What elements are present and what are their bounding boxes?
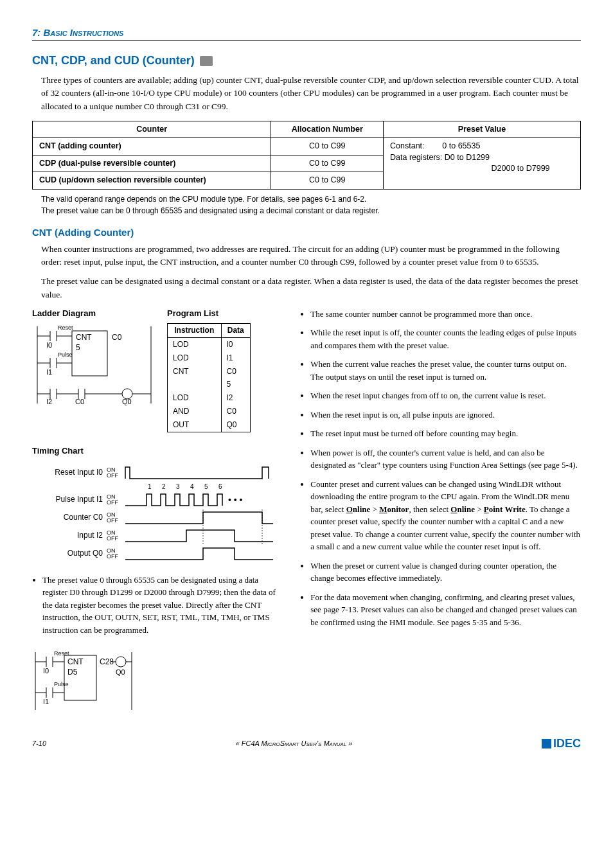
- svg-text:Pulse: Pulse: [54, 681, 69, 687]
- timing-chart: Reset Input I0 ONOFF 1 2 3 4 5 6: [32, 465, 281, 562]
- title-text: CNT, CDP, and CUD (Counter): [32, 53, 195, 69]
- th-alloc: Allocation Number: [271, 121, 384, 138]
- svg-text:I1: I1: [43, 698, 49, 705]
- page-number: 7-10: [32, 739, 46, 748]
- counter-table: Counter Allocation Number Preset Value C…: [32, 121, 581, 190]
- svg-text:Q0: Q0: [122, 398, 132, 405]
- section-number: 7:: [32, 27, 40, 38]
- svg-text:2: 2: [162, 483, 166, 490]
- svg-text:Pulse: Pulse: [58, 351, 73, 358]
- footer: 7-10 « FC4A MicroSmart User's Manual » I…: [32, 736, 581, 752]
- calculator-icon: [200, 56, 213, 66]
- svg-text:4: 4: [190, 483, 194, 490]
- note-1: The valid operand range depends on the C…: [41, 193, 581, 205]
- svg-text:D5: D5: [67, 668, 78, 677]
- idec-logo: IDEC: [542, 736, 581, 752]
- svg-text:5: 5: [204, 483, 208, 490]
- th-preset: Preset Value: [384, 121, 581, 138]
- ladder-diagram-1: Reset I0 Pulse I1 CNT 5 C0: [32, 323, 154, 407]
- svg-text:C0: C0: [112, 333, 122, 342]
- th-counter: Counter: [33, 121, 271, 138]
- program-list-table: Instruction Data LODI0 LODI1 CNTC0 5 LOD…: [167, 323, 251, 432]
- note-block: The valid operand range depends on the C…: [41, 193, 581, 217]
- svg-text:CNT: CNT: [76, 333, 92, 342]
- svg-point-63: [116, 657, 126, 667]
- cnt-heading: CNT (Adding Counter): [32, 226, 581, 239]
- left-bullet: The preset value 0 through 65535 can be …: [42, 574, 281, 637]
- ladder-heading: Ladder Diagram: [32, 308, 154, 319]
- svg-text:CNT: CNT: [67, 657, 84, 666]
- footer-center: « FC4A MicroSmart User's Manual »: [236, 739, 353, 748]
- svg-text:3: 3: [176, 483, 180, 490]
- row3-alloc: C0 to C99: [271, 172, 384, 190]
- cnt-body-2: The preset value can be designated using…: [41, 275, 581, 301]
- svg-text:1: 1: [148, 483, 152, 490]
- row3-counter: CUD (up/down selection reversible counte…: [33, 172, 271, 190]
- page-title: CNT, CDP, and CUD (Counter): [32, 53, 581, 69]
- plist-heading: Program List: [167, 308, 251, 319]
- bullet-online: Counter preset and current values can be…: [310, 478, 581, 553]
- svg-text:I1: I1: [46, 368, 52, 376]
- cnt-body-1: When counter instructions are programmed…: [41, 243, 581, 269]
- svg-text:6: 6: [218, 483, 222, 490]
- svg-text:I2: I2: [46, 398, 52, 405]
- svg-text:Q0: Q0: [116, 668, 125, 676]
- right-bullets: The same counter number cannot be progra…: [300, 308, 581, 629]
- row2-counter: CDP (dual-pulse reversible counter): [33, 155, 271, 172]
- logo-square-icon: [542, 739, 551, 748]
- section-header: 7: Basic Instructions: [32, 26, 581, 41]
- svg-text:• • •: • • •: [228, 495, 243, 505]
- svg-text:I0: I0: [46, 341, 52, 349]
- svg-text:I0: I0: [43, 667, 49, 675]
- svg-text:5: 5: [76, 343, 80, 352]
- note-2: The preset value can be 0 through 65535 …: [41, 205, 581, 217]
- row1-counter: CNT (adding counter): [33, 138, 271, 155]
- intro-paragraph: Three types of counters are available; a…: [41, 74, 581, 113]
- ladder-diagram-2: Reset I0 Pulse I1 CNT D5 C28 Q0: [32, 649, 135, 713]
- svg-text:Reset: Reset: [58, 324, 73, 331]
- row1-alloc: C0 to C99: [271, 138, 384, 155]
- timing-heading: Timing Chart: [32, 445, 281, 457]
- section-title: Basic Instructions: [44, 27, 124, 38]
- row2-alloc: C0 to C99: [271, 155, 384, 172]
- preset-cell: Constant: 0 to 65535 Data registers: D0 …: [384, 138, 581, 190]
- svg-text:C0: C0: [75, 398, 84, 405]
